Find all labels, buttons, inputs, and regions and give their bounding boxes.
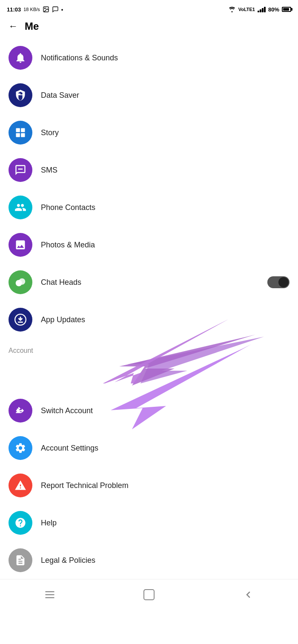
photos-icon-bg xyxy=(9,233,32,257)
status-left: 11:03 18 KB/s • xyxy=(7,6,63,13)
story-icon-bg xyxy=(9,121,32,145)
notifications-icon-bg xyxy=(9,46,32,70)
menu-item-account-settings[interactable]: Account Settings xyxy=(0,429,298,467)
notifications-label: Notifications & Sounds xyxy=(41,54,289,62)
help-label: Help xyxy=(41,519,289,528)
svg-point-8 xyxy=(21,168,23,170)
svg-point-1 xyxy=(44,8,45,9)
page-title: Me xyxy=(25,20,39,32)
account-settings-list: Switch Account Account Settings Report T… xyxy=(0,392,298,579)
menu-item-data-saver[interactable]: Data Saver xyxy=(0,77,298,114)
purple-arrow-container xyxy=(0,358,298,392)
story-icon xyxy=(14,127,26,139)
bottom-nav xyxy=(0,579,298,613)
nav-menu-button[interactable] xyxy=(41,586,58,603)
report-problem-label: Report Technical Problem xyxy=(41,481,289,490)
header: ← Me xyxy=(0,17,298,39)
svg-point-10 xyxy=(16,280,22,286)
menu-item-phone-contacts[interactable]: Phone Contacts xyxy=(0,189,298,226)
svg-rect-5 xyxy=(21,133,25,137)
chat-heads-toggle[interactable] xyxy=(267,276,289,288)
signal-label: VoLTE1 xyxy=(238,7,255,12)
account-settings-label: Account Settings xyxy=(41,444,289,453)
back-button[interactable]: ← xyxy=(9,21,18,32)
svg-rect-3 xyxy=(21,128,25,132)
gallery-icon xyxy=(43,6,49,13)
switch-icon xyxy=(14,405,26,417)
svg-rect-19 xyxy=(144,590,154,600)
sms-icon xyxy=(14,164,26,176)
nav-back-button[interactable] xyxy=(240,586,257,603)
menu-item-legal[interactable]: Legal & Policies xyxy=(0,542,298,579)
bell-icon xyxy=(14,52,26,64)
download-icon xyxy=(14,314,26,326)
story-label: Story xyxy=(41,128,289,137)
battery-percent: 80% xyxy=(268,6,279,13)
document-icon xyxy=(14,554,26,566)
status-bar: 11:03 18 KB/s • VoLTE1 80% xyxy=(0,0,298,17)
settings-list: Notifications & Sounds Data Saver Story xyxy=(0,39,298,338)
back-icon xyxy=(243,590,253,600)
toggle-knob xyxy=(278,277,289,287)
photos-icon xyxy=(14,239,26,251)
svg-point-6 xyxy=(18,168,20,170)
menu-item-report-problem[interactable]: Report Technical Problem xyxy=(0,467,298,504)
gear-icon xyxy=(14,442,26,454)
sms-label: SMS xyxy=(41,166,289,175)
chatheads-icon xyxy=(14,276,27,289)
chat-heads-label: Chat Heads xyxy=(41,278,259,287)
menu-item-chat-heads[interactable]: Chat Heads xyxy=(0,264,298,301)
warning-icon xyxy=(14,479,26,491)
wifi-icon xyxy=(228,6,236,12)
battery-icon xyxy=(282,7,291,12)
switch-account-icon-bg xyxy=(9,399,32,423)
message-icon xyxy=(52,6,59,13)
svg-rect-2 xyxy=(16,128,20,132)
photos-media-label: Photos & Media xyxy=(41,241,289,250)
menu-item-notifications[interactable]: Notifications & Sounds xyxy=(0,39,298,77)
signal-bars xyxy=(258,7,266,12)
app-updates-label: App Updates xyxy=(41,315,289,324)
menu-item-sms[interactable]: SMS xyxy=(0,151,298,189)
data-saver-label: Data Saver xyxy=(41,91,289,100)
account-section-header: Account xyxy=(0,338,298,358)
app-updates-icon-bg xyxy=(9,308,32,332)
menu-item-app-updates[interactable]: App Updates xyxy=(0,301,298,338)
dot-indicator: • xyxy=(61,6,63,13)
help-icon-bg xyxy=(9,511,32,535)
nav-home-button[interactable] xyxy=(140,586,158,603)
legal-icon-bg xyxy=(9,548,32,572)
phone-contacts-label: Phone Contacts xyxy=(41,203,289,212)
contacts-icon-bg xyxy=(9,196,32,219)
status-right: VoLTE1 80% xyxy=(228,6,291,13)
menu-item-help[interactable]: Help xyxy=(0,504,298,542)
data-saver-icon-bg xyxy=(9,83,32,107)
account-settings-icon-bg xyxy=(9,436,32,460)
menu-item-photos-media[interactable]: Photos & Media xyxy=(0,226,298,264)
speed-label: 18 KB/s xyxy=(23,7,40,12)
hamburger-icon xyxy=(44,589,56,601)
home-circle-icon xyxy=(142,588,156,601)
svg-rect-4 xyxy=(16,133,20,137)
menu-item-story[interactable]: Story xyxy=(0,114,298,151)
help-icon xyxy=(14,517,26,529)
switch-account-label: Switch Account xyxy=(41,406,289,415)
shield-icon xyxy=(14,89,26,101)
svg-point-7 xyxy=(20,168,21,170)
legal-label: Legal & Policies xyxy=(41,556,289,565)
menu-item-switch-account[interactable]: Switch Account xyxy=(0,392,298,429)
report-problem-icon-bg xyxy=(9,474,32,497)
sms-icon-bg xyxy=(9,158,32,182)
time-label: 11:03 xyxy=(7,6,21,13)
contacts-icon xyxy=(14,201,26,213)
chatheads-icon-bg xyxy=(9,270,32,294)
